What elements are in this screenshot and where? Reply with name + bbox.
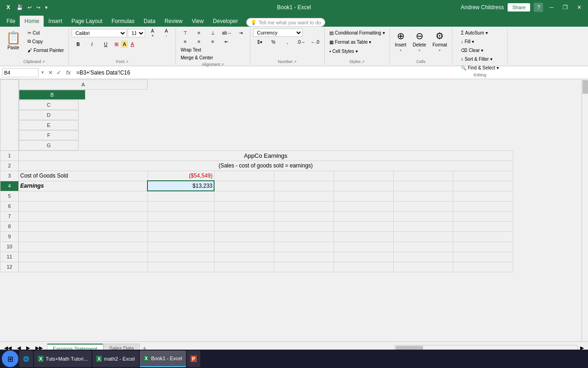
taskbar-chrome[interactable]: 🌐: [19, 351, 33, 367]
col-header-g[interactable]: G: [19, 140, 79, 150]
cell-g9[interactable]: [453, 231, 513, 242]
cell-g3[interactable]: [453, 171, 513, 181]
col-header-c[interactable]: C: [19, 100, 79, 110]
cell-c10[interactable]: [214, 242, 274, 252]
align-middle-button[interactable]: ≡: [192, 29, 205, 37]
decimal-dec-button[interactable]: ←.0: [309, 38, 322, 46]
cell-g6[interactable]: [453, 201, 513, 211]
taskbar-excel-book1[interactable]: X Book1 - Excel: [140, 351, 186, 367]
scrollbar-thumb[interactable]: [582, 80, 588, 94]
tab-insert[interactable]: Insert: [44, 16, 67, 27]
cell-f10[interactable]: [393, 242, 453, 252]
row-num-1[interactable]: 1: [0, 150, 19, 161]
cell-g4[interactable]: [453, 181, 513, 191]
cell-c6[interactable]: [214, 201, 274, 211]
help-icon[interactable]: ?: [534, 3, 543, 12]
cell-e8[interactable]: [334, 221, 393, 231]
row-num-7[interactable]: 7: [0, 211, 19, 221]
cell-a2[interactable]: (Sales - cost of goods sold = earnings): [19, 161, 513, 171]
taskbar-excel-tuts[interactable]: X Tuts+Math Tutori...: [34, 351, 91, 367]
shrink-font-button[interactable]: A-: [160, 29, 173, 38]
cell-e10[interactable]: [334, 242, 393, 252]
find-select-button[interactable]: 🔍 Find & Select ▾: [459, 63, 500, 72]
paste-button[interactable]: 📋 Paste: [3, 29, 24, 52]
percent-button[interactable]: %: [267, 38, 280, 46]
tab-page-layout[interactable]: Page Layout: [67, 16, 107, 27]
cell-f3[interactable]: [393, 171, 453, 181]
cell-c12[interactable]: [214, 262, 274, 272]
row-num-4[interactable]: 4: [0, 181, 19, 191]
vertical-scrollbar[interactable]: [582, 79, 588, 341]
decimal-inc-button[interactable]: .0→: [294, 38, 307, 46]
name-box-expand[interactable]: ▾: [40, 69, 45, 75]
tab-formulas[interactable]: Formulas: [107, 16, 139, 27]
cell-g11[interactable]: [453, 252, 513, 262]
cell-d7[interactable]: [274, 211, 334, 221]
fill-button[interactable]: ↓ Fill ▾: [459, 37, 476, 46]
delete-button[interactable]: ⊖ Delete ▾: [411, 29, 429, 54]
format-button[interactable]: ⚙ Format ▾: [430, 29, 449, 54]
cell-f6[interactable]: [393, 201, 453, 211]
tab-file[interactable]: File: [2, 16, 20, 27]
cell-g10[interactable]: [453, 242, 513, 252]
row-num-5[interactable]: 5: [0, 191, 19, 201]
tab-data[interactable]: Data: [139, 16, 160, 27]
redo-quick-btn[interactable]: ↪: [34, 4, 42, 12]
cell-d6[interactable]: [274, 201, 334, 211]
col-header-e[interactable]: E: [19, 120, 79, 130]
cell-d10[interactable]: [274, 242, 334, 252]
col-header-a[interactable]: A: [19, 80, 147, 90]
indent-less-button[interactable]: ⇤: [220, 37, 233, 46]
minimize-button[interactable]: ─: [547, 3, 556, 12]
cell-c9[interactable]: [214, 231, 274, 242]
fill-color-button[interactable]: A: [121, 40, 128, 48]
cell-a11[interactable]: [19, 252, 148, 262]
cell-e3[interactable]: [334, 171, 393, 181]
styles-expand[interactable]: ↗: [362, 60, 365, 64]
cell-f11[interactable]: [393, 252, 453, 262]
col-header-f[interactable]: F: [19, 130, 79, 140]
font-size-select[interactable]: 11: [128, 29, 145, 37]
cell-b12[interactable]: [147, 262, 214, 272]
underline-button[interactable]: U: [99, 40, 112, 49]
cell-d9[interactable]: [274, 231, 334, 242]
cell-b5[interactable]: [147, 191, 214, 201]
row-num-6[interactable]: 6: [0, 201, 19, 211]
indent-more-button[interactable]: ⇥: [234, 29, 247, 37]
cell-f7[interactable]: [393, 211, 453, 221]
grid-wrapper[interactable]: A B C D E F G 1 AppCo Earnings: [0, 79, 588, 341]
tab-home[interactable]: Home: [20, 16, 44, 27]
cell-e11[interactable]: [334, 252, 393, 262]
cell-e5[interactable]: [334, 191, 393, 201]
cell-a3[interactable]: Cost of Goods Sold: [19, 171, 148, 181]
formula-input[interactable]: [74, 69, 586, 76]
cell-d8[interactable]: [274, 221, 334, 231]
align-center-button[interactable]: ≡: [192, 37, 205, 46]
row-num-9[interactable]: 9: [0, 231, 19, 242]
row-num-8[interactable]: 8: [0, 221, 19, 231]
cell-b4[interactable]: $13,233: [147, 181, 214, 191]
cell-b8[interactable]: [147, 221, 214, 231]
align-top-button[interactable]: ⊤: [179, 29, 192, 37]
start-button[interactable]: ⊞: [2, 351, 18, 367]
taskbar-powerpoint[interactable]: P: [187, 351, 200, 367]
cell-a9[interactable]: [19, 231, 148, 242]
cell-a1[interactable]: AppCo Earnings: [19, 150, 513, 161]
cell-e12[interactable]: [334, 262, 393, 272]
cell-c3[interactable]: [214, 171, 274, 181]
font-name-select[interactable]: Calibri: [72, 29, 127, 37]
col-header-d[interactable]: D: [19, 110, 79, 120]
cell-a12[interactable]: [19, 262, 148, 272]
comma-button[interactable]: ,: [281, 38, 294, 46]
user-area[interactable]: Andrew Childress: [461, 4, 504, 11]
cell-e7[interactable]: [334, 211, 393, 221]
cell-g8[interactable]: [453, 221, 513, 231]
clear-button[interactable]: ⌫ Clear ▾: [459, 46, 485, 54]
wrap-text-button[interactable]: Wrap Text: [179, 46, 247, 53]
autosum-button[interactable]: Σ AutoSum ▾: [459, 29, 489, 37]
insert-button[interactable]: ⊕ Insert ▾: [393, 29, 409, 54]
tell-me-box[interactable]: 💡 Tell me what you want to do: [246, 18, 325, 27]
close-button[interactable]: ✕: [574, 3, 584, 12]
align-bottom-button[interactable]: ⊥: [206, 29, 219, 37]
font-expand[interactable]: ↗: [125, 60, 129, 64]
